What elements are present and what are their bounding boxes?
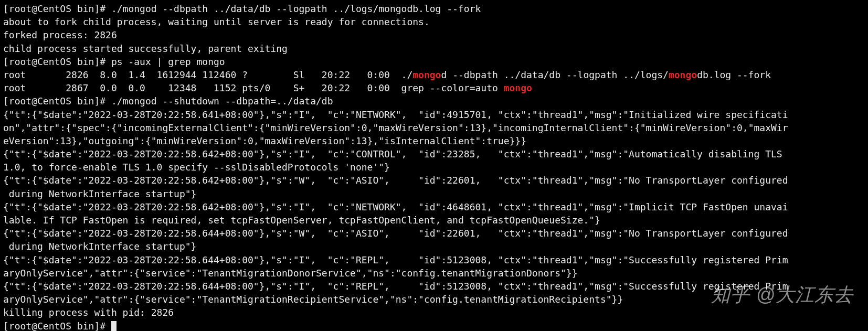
match-highlight: mongo: [412, 69, 441, 80]
command-ps-grep: ps -aux | grep mongo: [111, 56, 225, 67]
mongod-log-line: {"t":{"$date":"2022-03-28T20:22:58.641+0…: [3, 109, 788, 146]
prompt: [root@CentOS bin]#: [3, 321, 111, 332]
mongod-log-line: {"t":{"$date":"2022-03-28T20:22:58.642+0…: [3, 148, 788, 173]
ps-row: root 2826 8.0 1.4 1612944 112460 ? Sl 20…: [3, 69, 771, 80]
prompt: [root@CentOS bin]#: [3, 56, 111, 67]
command-start-mongod: ./mongod --dbpath ../data/db --logpath .…: [111, 3, 481, 14]
ps-row: root 2867 0.0 0.0 12348 1152 pts/0 S+ 20…: [3, 82, 532, 93]
cursor[interactable]: [111, 321, 117, 332]
mongod-log-line: {"t":{"$date":"2022-03-28T20:22:58.644+0…: [3, 228, 788, 252]
prompt: [root@CentOS bin]#: [3, 95, 111, 106]
output-line: child process started successfully, pare…: [3, 43, 288, 54]
terminal-output[interactable]: [root@CentOS bin]# ./mongod --dbpath ../…: [0, 0, 868, 331]
mongod-log-line: {"t":{"$date":"2022-03-28T20:22:58.642+0…: [3, 175, 788, 199]
mongod-log-line: {"t":{"$date":"2022-03-28T20:22:58.642+0…: [3, 201, 788, 226]
mongod-log-line: {"t":{"$date":"2022-03-28T20:22:58.644+0…: [3, 281, 788, 305]
match-highlight: mongo: [504, 82, 532, 93]
output-line: killing process with pid: 2826: [3, 307, 174, 318]
match-highlight: mongo: [669, 69, 697, 80]
prompt: [root@CentOS bin]#: [3, 3, 111, 14]
mongod-log-line: {"t":{"$date":"2022-03-28T20:22:58.644+0…: [3, 254, 788, 279]
output-line: about to fork child process, waiting unt…: [3, 16, 430, 27]
command-shutdown: ./mongod --shutdown --dbpath=../data/db: [111, 95, 333, 106]
output-line: forked process: 2826: [3, 29, 117, 40]
